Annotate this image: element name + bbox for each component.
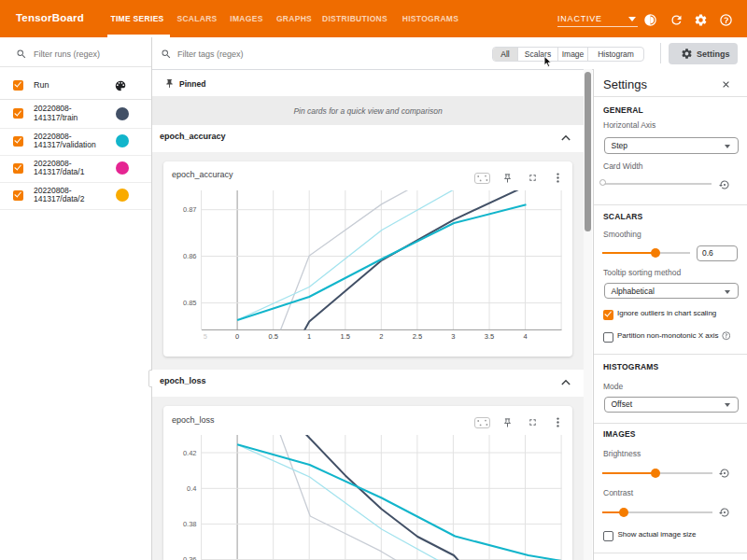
svg-text:5: 5: [204, 332, 207, 341]
svg-text:0: 0: [235, 332, 239, 341]
svg-text:0.86: 0.86: [183, 252, 197, 260]
svg-text:0.42: 0.42: [183, 449, 197, 457]
svg-text:4: 4: [523, 332, 527, 341]
svg-text:1: 1: [307, 332, 311, 341]
svg-text:0.5: 0.5: [268, 332, 277, 341]
svg-text:0.85: 0.85: [183, 299, 197, 307]
svg-text:0.87: 0.87: [183, 205, 197, 214]
svg-text:2: 2: [379, 332, 383, 341]
svg-text:0.38: 0.38: [183, 520, 197, 528]
svg-text:0.4: 0.4: [187, 484, 196, 493]
svg-text:1.5: 1.5: [341, 332, 350, 341]
svg-text:3: 3: [451, 332, 455, 341]
svg-text:0.36: 0.36: [183, 555, 197, 560]
svg-text:3.5: 3.5: [485, 332, 494, 341]
svg-text:2.5: 2.5: [413, 332, 422, 341]
